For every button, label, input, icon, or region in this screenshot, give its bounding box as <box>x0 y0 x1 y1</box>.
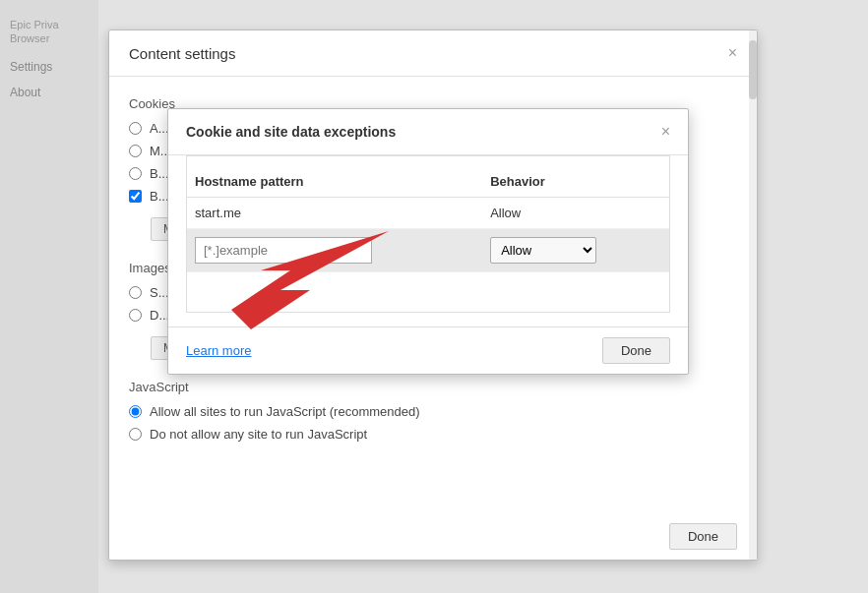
cs-option-b1-label: B... <box>150 166 169 181</box>
cs-scrollbar[interactable] <box>749 30 757 560</box>
cs-dialog-title: Content settings <box>129 45 235 62</box>
table-row-new[interactable]: Allow Block Session only <box>187 229 669 272</box>
cd-table: Hostname pattern Behavior start.me Allow <box>187 166 669 272</box>
cs-radio-s[interactable] <box>129 286 142 299</box>
cd-footer: Learn more Done <box>168 326 688 374</box>
cs-radio-js-allow[interactable] <box>129 405 142 418</box>
cd-behavior-select[interactable]: Allow Block Session only <box>490 237 596 264</box>
cs-js-opt-deny-label: Do not allow any site to run JavaScript <box>150 427 367 442</box>
cd-new-hostname-cell[interactable] <box>187 229 482 272</box>
table-row: start.me Allow <box>187 198 669 229</box>
cd-col-behavior: Behavior <box>482 166 669 198</box>
cd-dialog-title: Cookie and site data exceptions <box>186 124 396 140</box>
cd-close-button[interactable]: × <box>661 123 670 141</box>
cd-data-area: Hostname pattern Behavior start.me Allow <box>186 155 670 313</box>
cs-option-a-label: A... <box>150 121 169 136</box>
cd-col-hostname: Hostname pattern <box>187 166 482 198</box>
cs-radio-a[interactable] <box>129 122 142 135</box>
cd-learn-more-link[interactable]: Learn more <box>186 343 251 358</box>
cd-new-behavior-cell[interactable]: Allow Block Session only <box>482 229 669 272</box>
cs-radio-d[interactable] <box>129 309 142 322</box>
cookie-exceptions-dialog: Cookie and site data exceptions × Hostna… <box>167 108 689 375</box>
cs-checkbox-b2[interactable] <box>129 190 142 203</box>
cd-behavior-cell: Allow <box>482 198 669 229</box>
cs-scrollbar-thumb <box>749 40 757 99</box>
cs-done-button[interactable]: Done <box>669 523 737 550</box>
cs-radio-js-deny[interactable] <box>129 428 142 441</box>
cs-images-opt-s-label: S... <box>150 285 169 300</box>
cs-radio-m[interactable] <box>129 145 142 157</box>
cd-done-button[interactable]: Done <box>602 337 670 364</box>
cs-js-opt-deny: Do not allow any site to run JavaScript <box>129 427 737 442</box>
cs-close-button[interactable]: × <box>728 44 737 62</box>
cs-header: Content settings × <box>109 30 757 77</box>
cd-hostname-cell: start.me <box>187 198 482 229</box>
cd-header: Cookie and site data exceptions × <box>168 109 688 155</box>
cs-footer: Done <box>650 513 757 560</box>
cs-js-opt-allow: Allow all sites to run JavaScript (recom… <box>129 404 737 419</box>
cs-radio-b1[interactable] <box>129 167 142 180</box>
cs-option-b2-label: B... <box>150 189 169 204</box>
cs-js-label: JavaScript <box>129 380 737 394</box>
cd-hostname-input[interactable] <box>195 237 372 264</box>
cs-js-opt-allow-label: Allow all sites to run JavaScript (recom… <box>150 404 420 419</box>
cd-body: Hostname pattern Behavior start.me Allow <box>168 155 688 326</box>
